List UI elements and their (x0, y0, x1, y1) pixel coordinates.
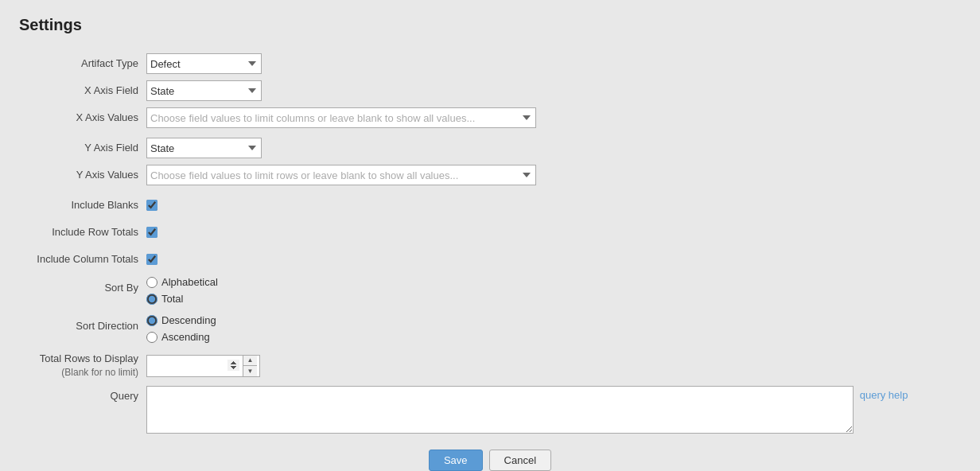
sort-direction-control: Descending Ascending (146, 314, 735, 343)
include-column-totals-control (146, 254, 735, 265)
sort-by-alphabetical-radio[interactable] (146, 277, 158, 288)
total-rows-spinner: ▲ ▼ (243, 356, 257, 376)
query-row: Query query help (19, 386, 735, 434)
total-rows-decrement[interactable]: ▼ (243, 366, 257, 376)
include-blanks-row: Include Blanks (19, 195, 735, 216)
y-axis-field-control: State Priority Owner Type (146, 138, 735, 158)
sort-by-total-label: Total (161, 293, 183, 305)
include-column-totals-label: Include Column Totals (19, 249, 146, 270)
x-axis-field-label: X Axis Field (19, 80, 146, 101)
button-row: Save Cancel (19, 450, 961, 471)
sort-direction-descending-label: Descending (161, 314, 216, 326)
sort-direction-label: Sort Direction (19, 314, 146, 337)
sort-by-control: Alphabetical Total (146, 276, 735, 305)
y-axis-field-select[interactable]: State Priority Owner Type (146, 138, 262, 158)
query-control: query help (146, 386, 980, 434)
artifact-type-label: Artifact Type (19, 53, 146, 74)
y-axis-values-label: Y Axis Values (19, 165, 146, 185)
include-column-totals-checkbox[interactable] (146, 254, 158, 265)
sort-direction-label-row: Sort Direction Descending Ascending (19, 314, 735, 343)
total-rows-input[interactable] (147, 356, 243, 376)
x-axis-values-select[interactable]: Choose field values to limit columns or … (146, 107, 536, 128)
sort-direction-descending-radio[interactable] (146, 315, 158, 326)
y-axis-field-label: Y Axis Field (19, 138, 146, 158)
sort-direction-ascending-label: Ascending (161, 331, 210, 343)
include-blanks-checkbox[interactable] (146, 200, 158, 211)
sort-by-alphabetical-row: Alphabetical (146, 276, 218, 288)
include-row-totals-label: Include Row Totals (19, 222, 146, 243)
y-axis-values-row: Y Axis Values Choose field values to lim… (19, 165, 735, 185)
sort-by-label-row: Sort By Alphabetical Total (19, 276, 735, 305)
y-axis-values-control: Choose field values to limit rows or lea… (146, 165, 735, 185)
sort-direction-ascending-row: Ascending (146, 331, 210, 343)
include-row-totals-checkbox[interactable] (146, 227, 158, 238)
page-title: Settings (19, 16, 961, 34)
include-row-totals-control (146, 227, 735, 238)
include-column-totals-row: Include Column Totals (19, 249, 735, 270)
artifact-type-control: Defect Story Task Bug (146, 53, 735, 74)
total-rows-input-wrap: ▲ ▼ (146, 355, 260, 377)
total-rows-label: Total Rows to Display (Blank for no limi… (19, 352, 146, 380)
x-axis-field-select[interactable]: State Priority Owner Type (146, 80, 262, 101)
query-help-link[interactable]: query help (860, 389, 908, 401)
x-axis-values-label: X Axis Values (19, 107, 146, 128)
x-axis-values-control: Choose field values to limit columns or … (146, 107, 735, 128)
include-blanks-label: Include Blanks (19, 195, 146, 216)
sort-direction-ascending-radio[interactable] (146, 332, 158, 343)
include-row-totals-row: Include Row Totals (19, 222, 735, 243)
x-axis-field-row: X Axis Field State Priority Owner Type (19, 80, 735, 101)
total-rows-row: Total Rows to Display (Blank for no limi… (19, 352, 735, 380)
query-label: Query (19, 386, 146, 407)
y-axis-field-row: Y Axis Field State Priority Owner Type (19, 138, 735, 158)
total-rows-increment[interactable]: ▲ (243, 356, 257, 367)
sort-by-label: Sort By (19, 276, 146, 298)
sort-by-alphabetical-label: Alphabetical (161, 276, 218, 288)
artifact-type-row: Artifact Type Defect Story Task Bug (19, 53, 735, 74)
total-rows-control: ▲ ▼ (146, 355, 735, 377)
include-blanks-control (146, 200, 735, 211)
query-textarea[interactable] (146, 386, 854, 434)
x-axis-values-row: X Axis Values Choose field values to lim… (19, 107, 735, 128)
cancel-button[interactable]: Cancel (489, 450, 551, 471)
sort-direction-descending-row: Descending (146, 314, 216, 326)
x-axis-field-control: State Priority Owner Type (146, 80, 735, 101)
sort-by-total-row: Total (146, 293, 183, 305)
y-axis-values-select[interactable]: Choose field values to limit rows or lea… (146, 165, 536, 185)
sort-by-total-radio[interactable] (146, 294, 158, 305)
artifact-type-select[interactable]: Defect Story Task Bug (146, 53, 262, 74)
save-button[interactable]: Save (429, 450, 483, 471)
